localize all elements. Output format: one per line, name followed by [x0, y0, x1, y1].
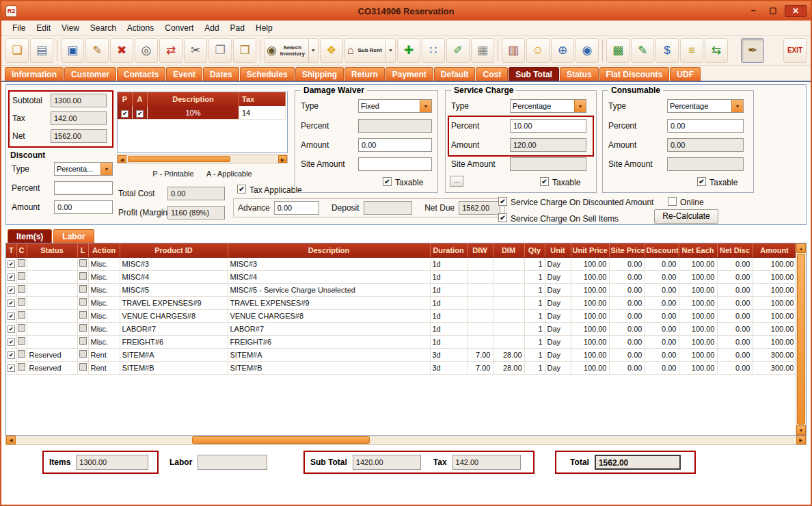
column-header-action[interactable]: Action	[88, 243, 120, 257]
menu-item-search[interactable]: Search	[85, 22, 122, 34]
lock-checkbox[interactable]	[79, 298, 87, 306]
sc-percent-field[interactable]: 10.00	[510, 119, 586, 133]
title-bar[interactable]: R2 CO314906 Reservation – ▢ ✕	[1, 1, 811, 21]
table-row[interactable]: ✔Misc.LABOR#7LABOR#71d1Day100.000.000.00…	[6, 322, 796, 335]
column-header-duration[interactable]: Duration	[430, 243, 467, 257]
tax-grid-row[interactable]: ✔ ✔ 10% 14	[118, 106, 287, 120]
lock-checkbox[interactable]	[79, 272, 87, 280]
column-header-c[interactable]: C	[16, 243, 27, 257]
chevron-down-icon[interactable]: ▼	[308, 39, 316, 62]
sc-type-combo[interactable]: Percentage ▼	[510, 99, 586, 113]
online-checkbox[interactable]	[668, 197, 677, 206]
confirm-checkbox[interactable]	[18, 363, 25, 371]
scrollbar-thumb[interactable]	[192, 436, 370, 444]
tab-udf[interactable]: UDF	[670, 67, 701, 81]
discount-amount-field[interactable]: 0.00	[54, 200, 113, 214]
items-tab-item-s-[interactable]: Item(s)	[8, 229, 52, 243]
tax-grid-col-tax[interactable]: Tax	[239, 92, 286, 106]
notes-button[interactable]: ✐	[446, 38, 470, 63]
table-row[interactable]: ✔Misc.TRAVEL EXPENSES#9TRAVEL EXPENSES#9…	[6, 296, 796, 309]
confirm-checkbox[interactable]	[18, 311, 25, 319]
tab-schedules[interactable]: Schedules	[240, 67, 295, 81]
menu-item-convert[interactable]: Convert	[159, 22, 199, 34]
customer-button[interactable]: ☺	[526, 38, 550, 63]
column-header-t[interactable]: T	[6, 243, 16, 257]
maximize-button[interactable]: ▢	[765, 5, 781, 17]
confirm-checkbox[interactable]	[18, 337, 25, 345]
transact-checkbox[interactable]: ✔	[8, 287, 15, 294]
scrollbar-thumb[interactable]	[797, 254, 805, 425]
table-row[interactable]: ✔Misc.FREIGHT#6FREIGHT#61d1Day100.000.00…	[6, 335, 796, 348]
column-header-l[interactable]: L	[77, 243, 88, 257]
lock-checkbox[interactable]	[79, 311, 87, 319]
confirm-checkbox[interactable]	[18, 350, 25, 358]
rates-button[interactable]: ≡	[680, 38, 703, 63]
column-header-net-each[interactable]: Net Each	[679, 243, 717, 257]
sc-taxable-checkbox[interactable]: ✔	[540, 177, 549, 186]
table-row[interactable]: ✔Misc.MISC#3MISC#31d1Day100.000.000.0010…	[6, 257, 796, 270]
lock-checkbox[interactable]	[79, 324, 87, 332]
scroll-left-icon[interactable]: ◀	[118, 155, 126, 163]
column-header-unit[interactable]: Unit	[545, 243, 571, 257]
delete-button[interactable]: ✖	[110, 38, 133, 63]
column-header-dim[interactable]: DIM	[493, 243, 524, 257]
confirm-checkbox[interactable]	[18, 298, 25, 306]
tab-return[interactable]: Return	[344, 67, 385, 81]
table-row[interactable]: ✔Misc.VENUE CHARGES#8VENUE CHARGES#81d1D…	[6, 309, 796, 322]
tax-grid-col-p[interactable]: P	[118, 92, 133, 106]
print-button[interactable]: ▤	[30, 38, 53, 63]
exit-button[interactable]: EXIT	[783, 38, 807, 63]
cube-button[interactable]: ▩	[606, 38, 630, 63]
tab-customer[interactable]: Customer	[64, 67, 116, 81]
sc-on-sell-items-checkbox[interactable]: ✔	[498, 213, 507, 222]
dw-type-combo[interactable]: Fixed ▼	[358, 99, 432, 113]
menu-item-view[interactable]: View	[56, 22, 85, 34]
confirm-checkbox[interactable]	[18, 272, 25, 280]
transact-checkbox[interactable]: ✔	[8, 351, 15, 359]
chevron-down-icon[interactable]: ▼	[420, 100, 431, 112]
lock-checkbox[interactable]	[79, 363, 87, 371]
transfer-button[interactable]: ⇄	[159, 38, 182, 63]
tab-status[interactable]: Status	[560, 67, 599, 81]
menu-item-actions[interactable]: Actions	[122, 22, 159, 34]
confirm-checkbox[interactable]	[18, 324, 25, 332]
currency-button[interactable]: $	[655, 38, 679, 63]
column-header-product-id[interactable]: Product ID	[120, 243, 228, 257]
transact-checkbox[interactable]: ✔	[8, 299, 15, 307]
sc-on-discounted-checkbox[interactable]: ✔	[498, 197, 507, 206]
column-header-site-price[interactable]: Site Price	[609, 243, 645, 257]
lock-checkbox[interactable]	[79, 350, 87, 358]
availability-button[interactable]: ❖	[320, 38, 343, 63]
save-button[interactable]: ▣	[61, 38, 84, 63]
chevron-down-icon[interactable]: ▼	[385, 39, 393, 62]
column-header-net-disc[interactable]: Net Disc	[717, 243, 753, 257]
wand-button[interactable]: ✒	[741, 38, 764, 63]
confirm-checkbox[interactable]	[18, 259, 25, 267]
media-button[interactable]: ◉	[576, 38, 599, 63]
close-button[interactable]: ✕	[785, 5, 807, 17]
menu-item-edit[interactable]: Edit	[31, 22, 56, 34]
find-button[interactable]: ◎	[135, 38, 158, 63]
dw-amount-field[interactable]: 0.00	[358, 138, 432, 152]
menu-item-pad[interactable]: Pad	[225, 22, 250, 34]
column-header-unit-price[interactable]: Unit Price	[571, 243, 609, 257]
journal-button[interactable]: ✎	[631, 38, 654, 63]
kits-button[interactable]: ∷	[422, 38, 445, 63]
transact-checkbox[interactable]: ✔	[8, 364, 15, 372]
table-row[interactable]: ✔ReservedRentSITEM#ASITEM#A3d7.0028.001D…	[6, 348, 796, 361]
tab-default[interactable]: Default	[434, 67, 476, 81]
chevron-down-icon[interactable]: ▼	[100, 163, 112, 175]
add-item-button[interactable]: ✚	[397, 38, 420, 63]
tab-event[interactable]: Event	[166, 67, 202, 81]
search-inventory-button[interactable]: ◉Search Inventory▼	[264, 38, 319, 63]
chevron-down-icon[interactable]: ▼	[731, 100, 743, 112]
scroll-down-icon[interactable]: ▼	[796, 425, 806, 435]
world-button[interactable]: ⊕	[551, 38, 574, 63]
cut-button[interactable]: ✂	[184, 38, 207, 63]
column-header-qty[interactable]: Qty	[524, 243, 545, 257]
copy-button[interactable]: ❐	[208, 38, 232, 63]
applicable-checkbox[interactable]: ✔	[136, 110, 144, 118]
tab-payment[interactable]: Payment	[385, 67, 433, 81]
column-header-description[interactable]: Description	[228, 243, 430, 257]
tax-grid-col-description[interactable]: Description	[148, 92, 239, 106]
